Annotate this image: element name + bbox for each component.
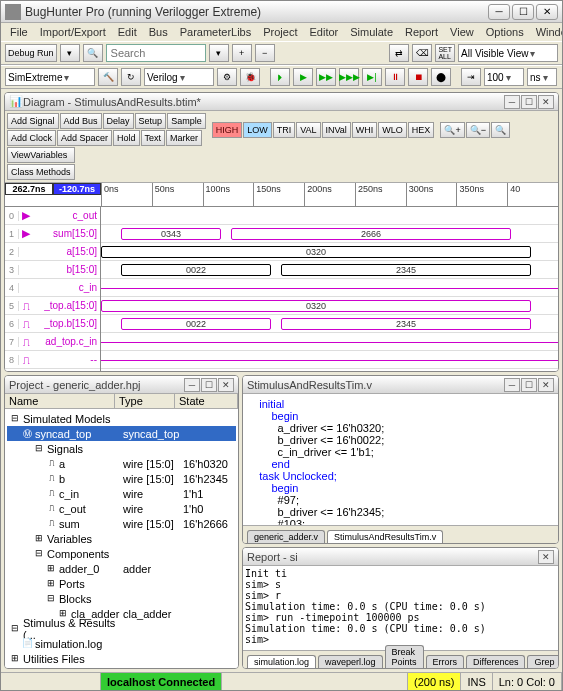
col-name[interactable]: Name [5,394,115,408]
signal-row[interactable]: 3b[15:0] [5,261,100,279]
waveform-row[interactable] [101,351,558,369]
diagram-setup[interactable]: Setup [135,113,167,129]
clear-icon[interactable]: ⌫ [412,44,432,62]
visibility-dropdown[interactable]: All Visible View [458,44,558,62]
menu-view[interactable]: View [445,25,479,39]
menu-edit[interactable]: Edit [113,25,142,39]
menu-parameterlibs[interactable]: ParameterLibs [175,25,257,39]
tab-generic-adder[interactable]: generic_adder.v [247,530,325,543]
state-high[interactable]: HIGH [212,122,243,138]
signal-row[interactable]: 7⎍ad_top.c_in [5,333,100,351]
pane-max-icon[interactable]: ☐ [521,378,537,392]
menu-file[interactable]: File [5,25,33,39]
report-tab-differences[interactable]: Differences [466,655,525,668]
waveforms[interactable]: 0343266603200022234503200022234503432666… [101,207,558,371]
hammer-icon[interactable]: 🔨 [98,68,118,86]
menu-window[interactable]: Window [531,25,563,39]
close-button[interactable]: ✕ [536,4,558,20]
waveform-row[interactable]: 00222345 [101,315,558,333]
cursor-a[interactable]: 262.7ns [5,183,53,195]
find-icon[interactable]: 🔍 [83,44,103,62]
tree-item[interactable]: Ⓜsyncad_topsyncad_top [7,426,236,441]
pause-icon[interactable]: ⏸ [385,68,405,86]
menu-bus[interactable]: Bus [144,25,173,39]
run-icon[interactable]: ▶ [293,68,313,86]
step-icon[interactable]: ▶▶ [316,68,336,86]
time-unit-dropdown[interactable]: ns [527,68,557,86]
tab-stimulus[interactable]: StimulusAndResultsTim.v [327,530,443,543]
zoom-in-button[interactable]: 🔍+ [440,122,464,138]
signal-row[interactable]: 8⎍-- [5,351,100,369]
pane-max-icon[interactable]: ☐ [521,95,537,109]
search-dropdown-icon[interactable]: ▾ [209,44,229,62]
refresh-icon[interactable]: ↻ [121,68,141,86]
report-tab-errors[interactable]: Errors [426,655,465,668]
col-type[interactable]: Type [115,394,175,408]
report-output[interactable]: Init ti sim> s sim> r Simulation time: 0… [243,566,558,650]
state-val[interactable]: VAL [296,122,320,138]
waveform-row[interactable]: 0320 [101,297,558,315]
simulator-dropdown[interactable]: SimExtreme [5,68,95,86]
pane-close-icon[interactable]: ✕ [538,95,554,109]
pane-max-icon[interactable]: ☐ [201,378,217,392]
signal-row[interactable]: 2a[15:0] [5,243,100,261]
tree-item[interactable]: 📄simulation.log [7,636,236,651]
signal-row[interactable]: 4c_in [5,279,100,297]
pane-min-icon[interactable]: ─ [504,95,520,109]
tree-item[interactable]: ⎍c_outwire1'h0 [7,501,236,516]
view-variables-button[interactable]: ViewVariables [7,147,75,163]
diagram-add-clock[interactable]: Add Clock [7,130,56,146]
menu-editor[interactable]: Editor [305,25,344,39]
pane-min-icon[interactable]: ─ [504,378,520,392]
pane-close-icon[interactable]: ✕ [538,378,554,392]
tree-item[interactable]: ⊟Blocks [7,591,236,606]
diagram-marker[interactable]: Marker [166,130,202,146]
zoom-in-icon[interactable]: + [232,44,252,62]
report-tab-waveperl-log[interactable]: waveperl.log [318,655,383,668]
tree-item[interactable]: ⎍awire [15:0]16'h0320 [7,456,236,471]
time-value-input[interactable]: 100 [484,68,524,86]
set-all-button[interactable]: SETALL [435,44,455,62]
cursor-b[interactable]: -120.7ns [53,183,101,195]
zoom-out-button[interactable]: 🔍− [466,122,490,138]
waveform-row[interactable]: 00222345 [101,261,558,279]
state-inval[interactable]: INVal [322,122,351,138]
col-state[interactable]: State [175,394,238,408]
menu-import/export[interactable]: Import/Export [35,25,111,39]
waveform-row[interactable]: 0320 [101,243,558,261]
tree-item[interactable]: ⎍c_inwire1'h1 [7,486,236,501]
debug-run-button[interactable]: Debug Run [5,44,57,62]
tree-item[interactable]: ⊟Simulated Models [7,411,236,426]
tree-item[interactable]: ⎍sumwire [15:0]16'h2666 [7,516,236,531]
step-end-icon[interactable]: ▶| [362,68,382,86]
toggle-icon[interactable]: ⇄ [389,44,409,62]
signal-row[interactable]: 5⎍_top.a[15:0] [5,297,100,315]
waveform-row[interactable]: 03432666 [101,369,558,371]
pane-min-icon[interactable]: ─ [184,378,200,392]
goto-icon[interactable]: ⇥ [461,68,481,86]
language-dropdown[interactable]: Verilog [144,68,214,86]
tree-item[interactable]: ⊞Variables [7,531,236,546]
run-start-icon[interactable]: ⏵ [270,68,290,86]
tree-item[interactable]: ⊟User Source Files [7,666,236,668]
tree-item[interactable]: ⊟Components [7,546,236,561]
search-input[interactable] [106,44,206,62]
waveform-row[interactable] [101,279,558,297]
breakpoint-icon[interactable]: ⬤ [431,68,451,86]
signal-row[interactable]: 1▶sum[15:0] [5,225,100,243]
menu-options[interactable]: Options [481,25,529,39]
step-over-icon[interactable]: ▶▶▶ [339,68,359,86]
debug-dropdown-icon[interactable]: ▾ [60,44,80,62]
maximize-button[interactable]: ☐ [512,4,534,20]
bug-icon[interactable]: 🐞 [240,68,260,86]
state-hex[interactable]: HEX [408,122,435,138]
menu-report[interactable]: Report [400,25,443,39]
tree-item[interactable]: ⎍bwire [15:0]16'h2345 [7,471,236,486]
report-tab-grep[interactable]: Grep [527,655,559,668]
state-tri[interactable]: TRI [273,122,296,138]
diagram-sample[interactable]: Sample [167,113,206,129]
class-methods-button[interactable]: Class Methods [7,164,75,180]
state-wlo[interactable]: WLO [378,122,407,138]
state-low[interactable]: LOW [243,122,272,138]
menu-simulate[interactable]: Simulate [345,25,398,39]
